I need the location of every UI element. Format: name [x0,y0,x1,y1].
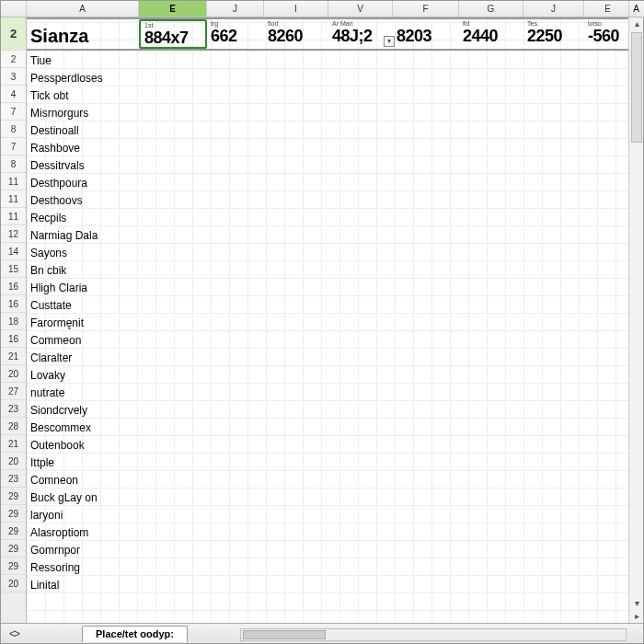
row-header[interactable]: 27 [1,383,26,400]
scroll-right-icon[interactable]: ▸ [629,610,644,623]
row-label-cell[interactable]: nutrate [27,383,139,400]
column-header[interactable]: E [139,1,207,17]
row-header[interactable]: 20 [1,575,26,592]
header-mini-label: flod [268,20,278,27]
row-label-cell[interactable]: Linital [27,575,139,592]
row-label-cell[interactable]: Pessperdloses [27,68,139,86]
row-header[interactable]: 23 [1,470,26,488]
row-header[interactable]: 12 [1,225,26,243]
row-label-cell[interactable]: Siondcrvely [27,400,139,418]
row-header[interactable]: 29 [1,523,26,540]
row-header[interactable]: 2 [1,51,26,68]
row-header[interactable]: 16 [1,278,26,295]
row-label-cell[interactable]: Desthoovs [27,190,139,208]
row-label-cell[interactable]: Narmiag Dala [27,225,139,243]
row-header[interactable]: 8 [1,155,26,173]
row-header[interactable]: 29 [1,488,26,505]
column-header[interactable]: I [264,1,328,17]
column-header[interactable]: V [328,1,393,17]
vertical-scrollbar[interactable]: ▴ ▾ ▸ [628,17,643,623]
row-label-cell[interactable]: Tiue [27,51,139,68]
row-header[interactable]: 2 [1,17,26,51]
column-header[interactable]: J [207,1,264,17]
row-header[interactable]: 8 [1,121,26,138]
row-label-cell[interactable]: Bn cbik [27,260,139,278]
row-header[interactable]: 14 [1,243,26,260]
select-all-corner[interactable] [1,1,27,17]
vscroll-thumb[interactable] [631,32,642,143]
header-mini-label: trg [211,20,218,27]
row-header[interactable]: 20 [1,365,26,383]
row-label-cell[interactable]: Recpils [27,208,139,225]
table-row: Bescommex [27,418,628,435]
row-label-cell[interactable]: Misrnorgurs [27,103,139,121]
row-header[interactable]: 11 [1,208,26,225]
row-header[interactable]: 11 [1,190,26,208]
header-value-cell[interactable]: Tes.2250 [523,19,584,49]
row-header[interactable]: 21 [1,435,26,453]
row-header[interactable]: 29 [1,540,26,558]
row-header[interactable]: 28 [1,418,26,435]
row-header[interactable]: 29 [1,505,26,523]
row-header[interactable]: 7 [1,138,26,155]
header-value-cell[interactable]: 8203 [393,19,459,49]
row-label-cell[interactable]: Custtate [27,295,139,313]
grid-area[interactable]: Sianza1st884x7trg662flod8260Ar Man48J;2▾… [27,17,628,623]
row-header[interactable]: 18 [1,313,26,330]
header-value-cell[interactable]: trg662 [207,19,264,49]
row-label-cell[interactable]: Destinoall [27,121,139,138]
row-label-cell[interactable]: Ressoring [27,558,139,575]
header-value-cell[interactable]: 1st884x7 [139,19,207,49]
table-row: Ittple [27,453,628,470]
row-header[interactable]: 21 [1,348,26,365]
column-header[interactable]: E [584,1,632,17]
row-label-cell[interactable]: Farormęnit [27,313,139,330]
row-header[interactable]: 3 [1,68,26,86]
scroll-down-icon[interactable]: ▾ [629,597,644,610]
table-row: Custtate [27,295,628,313]
row-label-cell[interactable]: Commeon [27,330,139,348]
row-label-cell[interactable]: Ittple [27,453,139,470]
row-label-cell[interactable]: Desthpoura [27,173,139,190]
row-label-cell[interactable]: Claralter [27,348,139,365]
header-value-cell[interactable]: flod8260 [264,19,328,49]
column-header[interactable]: A [27,1,139,17]
row-header[interactable]: 16 [1,330,26,348]
row-header[interactable]: 4 [1,86,26,103]
row-header[interactable]: 15 [1,260,26,278]
row-label-cell[interactable]: Tick obt [27,86,139,103]
row-header[interactable]: 11 [1,173,26,190]
column-header-overflow[interactable]: A [628,1,643,17]
row-header[interactable]: 16 [1,295,26,313]
row-label-cell[interactable]: Hligh Claria [27,278,139,295]
row-label-cell[interactable]: Rashbove [27,138,139,155]
column-header[interactable]: F [393,1,459,17]
scroll-up-icon[interactable]: ▴ [629,17,644,30]
row-header[interactable]: 23 [1,400,26,418]
column-header[interactable]: G [459,1,523,17]
row-label-cell[interactable]: Dessitrvals [27,155,139,173]
row-label-cell[interactable]: Sayons [27,243,139,260]
header-value-cell[interactable]: Ar Man48J;2▾ [328,19,393,49]
row-header[interactable]: 29 [1,558,26,575]
row-label-cell[interactable]: Comneon [27,470,139,488]
row-label-cell[interactable]: laryoni [27,505,139,523]
row-label-cell[interactable]: Bescommex [27,418,139,435]
row-label-cell[interactable]: Buck gLay on [27,488,139,505]
header-value-cell[interactable]: fld2440 [459,19,523,49]
row-label-cell[interactable]: Lovaky [27,365,139,383]
horizontal-scrollbar[interactable] [240,628,627,641]
table-row: Rashbove [27,138,628,155]
column-header[interactable]: J [523,1,584,17]
table-row: nutrate [27,383,628,400]
header-title-cell[interactable]: Sianza [27,19,139,49]
row-label-cell[interactable]: Outenbook [27,435,139,453]
row-header[interactable]: 7 [1,103,26,121]
sheet-tab[interactable]: Place/tet oodyp: [82,626,188,642]
row-label-cell[interactable]: Alasroptiom [27,523,139,540]
tab-nav-buttons[interactable]: <> [1,624,27,644]
hscroll-thumb[interactable] [243,630,326,639]
row-header[interactable]: 20 [1,453,26,470]
header-value-cell[interactable]: lotso-560 [584,19,628,49]
row-label-cell[interactable]: Gomrnpor [27,540,139,558]
